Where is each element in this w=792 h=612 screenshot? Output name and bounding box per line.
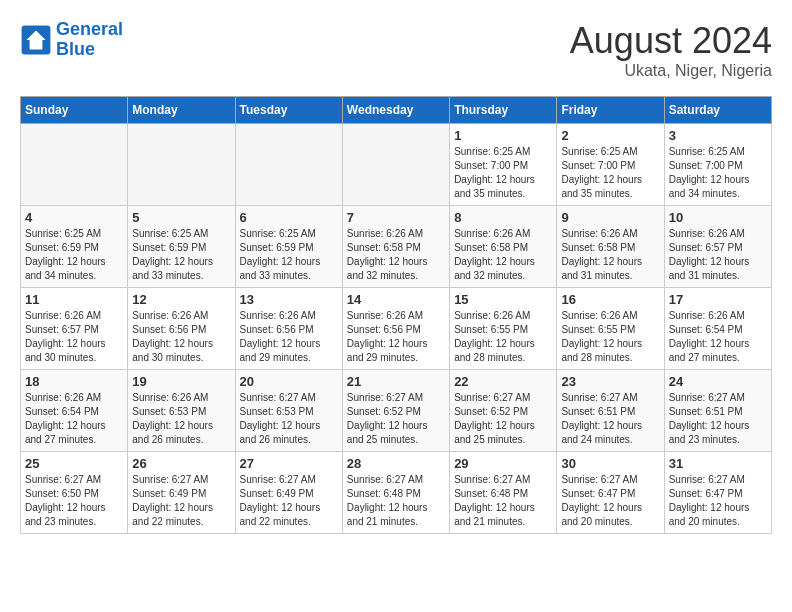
day-number: 13 (240, 292, 338, 307)
day-number: 1 (454, 128, 552, 143)
col-sunday: Sunday (21, 97, 128, 124)
day-info: Sunrise: 6:27 AM Sunset: 6:48 PM Dayligh… (454, 473, 552, 529)
table-row: 27Sunrise: 6:27 AM Sunset: 6:49 PM Dayli… (235, 452, 342, 534)
table-row: 3Sunrise: 6:25 AM Sunset: 7:00 PM Daylig… (664, 124, 771, 206)
day-info: Sunrise: 6:26 AM Sunset: 6:55 PM Dayligh… (454, 309, 552, 365)
calendar-week-row: 11Sunrise: 6:26 AM Sunset: 6:57 PM Dayli… (21, 288, 772, 370)
day-number: 9 (561, 210, 659, 225)
col-wednesday: Wednesday (342, 97, 449, 124)
table-row: 24Sunrise: 6:27 AM Sunset: 6:51 PM Dayli… (664, 370, 771, 452)
day-info: Sunrise: 6:26 AM Sunset: 6:57 PM Dayligh… (669, 227, 767, 283)
day-number: 7 (347, 210, 445, 225)
calendar-week-row: 1Sunrise: 6:25 AM Sunset: 7:00 PM Daylig… (21, 124, 772, 206)
col-tuesday: Tuesday (235, 97, 342, 124)
calendar-week-row: 18Sunrise: 6:26 AM Sunset: 6:54 PM Dayli… (21, 370, 772, 452)
day-number: 28 (347, 456, 445, 471)
table-row: 22Sunrise: 6:27 AM Sunset: 6:52 PM Dayli… (450, 370, 557, 452)
day-number: 19 (132, 374, 230, 389)
table-row: 18Sunrise: 6:26 AM Sunset: 6:54 PM Dayli… (21, 370, 128, 452)
calendar-header-row: Sunday Monday Tuesday Wednesday Thursday… (21, 97, 772, 124)
month-year-title: August 2024 (570, 20, 772, 62)
day-info: Sunrise: 6:25 AM Sunset: 7:00 PM Dayligh… (669, 145, 767, 201)
page-header: General Blue August 2024 Ukata, Niger, N… (20, 20, 772, 80)
day-info: Sunrise: 6:27 AM Sunset: 6:51 PM Dayligh… (561, 391, 659, 447)
day-info: Sunrise: 6:26 AM Sunset: 6:54 PM Dayligh… (669, 309, 767, 365)
col-saturday: Saturday (664, 97, 771, 124)
table-row: 19Sunrise: 6:26 AM Sunset: 6:53 PM Dayli… (128, 370, 235, 452)
day-info: Sunrise: 6:27 AM Sunset: 6:49 PM Dayligh… (132, 473, 230, 529)
calendar-week-row: 25Sunrise: 6:27 AM Sunset: 6:50 PM Dayli… (21, 452, 772, 534)
table-row: 17Sunrise: 6:26 AM Sunset: 6:54 PM Dayli… (664, 288, 771, 370)
day-number: 12 (132, 292, 230, 307)
day-info: Sunrise: 6:25 AM Sunset: 6:59 PM Dayligh… (240, 227, 338, 283)
table-row: 8Sunrise: 6:26 AM Sunset: 6:58 PM Daylig… (450, 206, 557, 288)
day-info: Sunrise: 6:26 AM Sunset: 6:56 PM Dayligh… (240, 309, 338, 365)
table-row: 10Sunrise: 6:26 AM Sunset: 6:57 PM Dayli… (664, 206, 771, 288)
logo-line2: Blue (56, 40, 123, 60)
table-row: 1Sunrise: 6:25 AM Sunset: 7:00 PM Daylig… (450, 124, 557, 206)
day-number: 29 (454, 456, 552, 471)
day-number: 15 (454, 292, 552, 307)
day-info: Sunrise: 6:26 AM Sunset: 6:57 PM Dayligh… (25, 309, 123, 365)
table-row: 30Sunrise: 6:27 AM Sunset: 6:47 PM Dayli… (557, 452, 664, 534)
day-number: 18 (25, 374, 123, 389)
day-info: Sunrise: 6:27 AM Sunset: 6:53 PM Dayligh… (240, 391, 338, 447)
day-number: 31 (669, 456, 767, 471)
day-info: Sunrise: 6:25 AM Sunset: 7:00 PM Dayligh… (454, 145, 552, 201)
title-block: August 2024 Ukata, Niger, Nigeria (570, 20, 772, 80)
day-info: Sunrise: 6:26 AM Sunset: 6:58 PM Dayligh… (561, 227, 659, 283)
table-row: 13Sunrise: 6:26 AM Sunset: 6:56 PM Dayli… (235, 288, 342, 370)
day-number: 8 (454, 210, 552, 225)
day-info: Sunrise: 6:26 AM Sunset: 6:58 PM Dayligh… (347, 227, 445, 283)
col-thursday: Thursday (450, 97, 557, 124)
calendar-week-row: 4Sunrise: 6:25 AM Sunset: 6:59 PM Daylig… (21, 206, 772, 288)
calendar-table: Sunday Monday Tuesday Wednesday Thursday… (20, 96, 772, 534)
day-number: 23 (561, 374, 659, 389)
table-row: 20Sunrise: 6:27 AM Sunset: 6:53 PM Dayli… (235, 370, 342, 452)
logo-line1: General (56, 19, 123, 39)
day-info: Sunrise: 6:26 AM Sunset: 6:54 PM Dayligh… (25, 391, 123, 447)
table-row: 14Sunrise: 6:26 AM Sunset: 6:56 PM Dayli… (342, 288, 449, 370)
day-number: 30 (561, 456, 659, 471)
table-row (342, 124, 449, 206)
day-number: 10 (669, 210, 767, 225)
table-row: 23Sunrise: 6:27 AM Sunset: 6:51 PM Dayli… (557, 370, 664, 452)
location-subtitle: Ukata, Niger, Nigeria (570, 62, 772, 80)
table-row: 4Sunrise: 6:25 AM Sunset: 6:59 PM Daylig… (21, 206, 128, 288)
day-number: 16 (561, 292, 659, 307)
table-row: 25Sunrise: 6:27 AM Sunset: 6:50 PM Dayli… (21, 452, 128, 534)
day-info: Sunrise: 6:26 AM Sunset: 6:53 PM Dayligh… (132, 391, 230, 447)
table-row: 21Sunrise: 6:27 AM Sunset: 6:52 PM Dayli… (342, 370, 449, 452)
day-number: 6 (240, 210, 338, 225)
logo-icon (20, 24, 52, 56)
day-number: 5 (132, 210, 230, 225)
day-number: 17 (669, 292, 767, 307)
day-info: Sunrise: 6:27 AM Sunset: 6:52 PM Dayligh… (454, 391, 552, 447)
table-row: 29Sunrise: 6:27 AM Sunset: 6:48 PM Dayli… (450, 452, 557, 534)
table-row: 26Sunrise: 6:27 AM Sunset: 6:49 PM Dayli… (128, 452, 235, 534)
table-row: 5Sunrise: 6:25 AM Sunset: 6:59 PM Daylig… (128, 206, 235, 288)
day-number: 3 (669, 128, 767, 143)
day-info: Sunrise: 6:27 AM Sunset: 6:52 PM Dayligh… (347, 391, 445, 447)
table-row: 2Sunrise: 6:25 AM Sunset: 7:00 PM Daylig… (557, 124, 664, 206)
table-row (235, 124, 342, 206)
table-row: 7Sunrise: 6:26 AM Sunset: 6:58 PM Daylig… (342, 206, 449, 288)
day-info: Sunrise: 6:26 AM Sunset: 6:56 PM Dayligh… (132, 309, 230, 365)
day-info: Sunrise: 6:25 AM Sunset: 6:59 PM Dayligh… (25, 227, 123, 283)
day-info: Sunrise: 6:25 AM Sunset: 6:59 PM Dayligh… (132, 227, 230, 283)
col-monday: Monday (128, 97, 235, 124)
day-info: Sunrise: 6:26 AM Sunset: 6:55 PM Dayligh… (561, 309, 659, 365)
day-info: Sunrise: 6:26 AM Sunset: 6:56 PM Dayligh… (347, 309, 445, 365)
day-info: Sunrise: 6:27 AM Sunset: 6:50 PM Dayligh… (25, 473, 123, 529)
table-row: 6Sunrise: 6:25 AM Sunset: 6:59 PM Daylig… (235, 206, 342, 288)
table-row (21, 124, 128, 206)
table-row: 11Sunrise: 6:26 AM Sunset: 6:57 PM Dayli… (21, 288, 128, 370)
day-number: 4 (25, 210, 123, 225)
logo-text: General Blue (56, 20, 123, 60)
logo: General Blue (20, 20, 123, 60)
day-info: Sunrise: 6:27 AM Sunset: 6:47 PM Dayligh… (669, 473, 767, 529)
day-number: 24 (669, 374, 767, 389)
day-number: 22 (454, 374, 552, 389)
day-info: Sunrise: 6:26 AM Sunset: 6:58 PM Dayligh… (454, 227, 552, 283)
day-number: 2 (561, 128, 659, 143)
